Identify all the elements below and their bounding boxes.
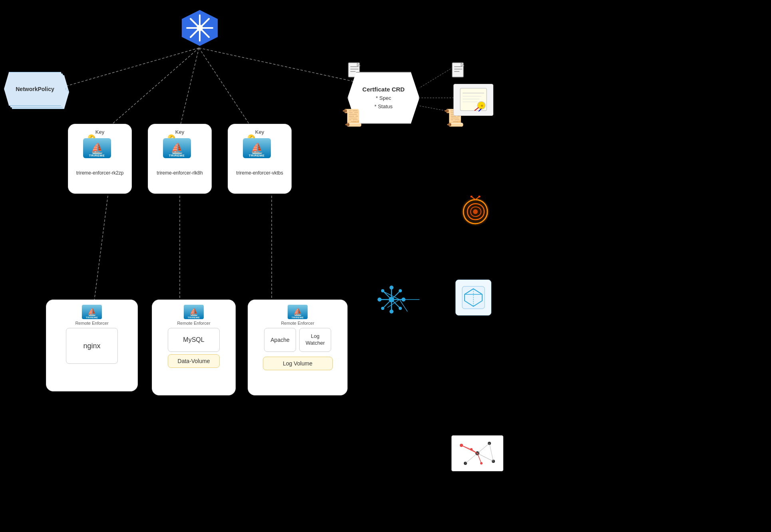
diagram-container: NetworkPolicy Key 🔑 ⛵ TRIREME trireme-en… (0, 0, 771, 532)
pod1-trireme: ⛵ TRIREME (83, 138, 111, 158)
remote-enforcer-2: ⛵ TRIREME Remote Enforcer MySQL Data-Vol… (152, 300, 236, 395)
svg-point-60 (389, 310, 393, 314)
crystal-gem-icon (455, 280, 491, 316)
network-policy: NetworkPolicy (4, 72, 68, 112)
cert-image: ★ (453, 84, 493, 116)
scroll-icon-1: 📜 (342, 108, 362, 127)
enforcer-pod-2: Key 🔑 ⛵ TRIREME trireme-enforcer-rlk8h (148, 124, 212, 194)
doc-icon-2 (451, 62, 466, 81)
svg-point-62 (401, 298, 405, 302)
svg-line-1 (108, 48, 199, 128)
remote-enforcer-1: ⛵ TRIREME Remote Enforcer nginx (46, 300, 138, 391)
pod1-key-label: Key (95, 129, 104, 135)
svg-text:★: ★ (480, 103, 484, 108)
svg-line-10 (94, 196, 108, 304)
cert-crd-title: Certficate CRD (362, 85, 405, 94)
svg-point-66 (381, 307, 384, 310)
network-graph-thumbnail (451, 435, 503, 471)
re3-apache-box: Apache (264, 328, 296, 352)
svg-point-63 (381, 289, 384, 292)
network-policy-label: NetworkPolicy (16, 86, 54, 92)
re1-label: Remote Enforcer (75, 321, 108, 326)
svg-line-2 (180, 48, 199, 128)
re3-label: Remote Enforcer (281, 321, 314, 326)
remote-enforcer-3: ⛵ TRIREME Remote Enforcer Apache LogWatc… (248, 300, 348, 395)
svg-point-59 (389, 286, 393, 290)
re2-trireme: ⛵ TRIREME (184, 305, 204, 319)
enforcer-pod-3: Key 🔑 ⛵ TRIREME trireme-enforcer-vktbs (228, 124, 292, 194)
pod1-name: trireme-enforcer-rk2zp (76, 170, 124, 176)
pod3-trireme: ⛵ TRIREME (243, 138, 271, 158)
svg-line-6 (419, 66, 455, 88)
re2-label: Remote Enforcer (177, 321, 210, 326)
pod2-trireme: ⛵ TRIREME (163, 138, 191, 158)
re3-trireme: ⛵ TRIREME (288, 305, 308, 319)
re1-trireme: ⛵ TRIREME (82, 305, 102, 319)
snowflake-cluster-icon (376, 284, 407, 317)
pod2-key-label: Key (175, 129, 184, 135)
svg-point-50 (389, 297, 394, 302)
kubernetes-icon (180, 8, 220, 48)
re1-nginx-box: nginx (66, 328, 118, 364)
svg-line-0 (60, 48, 199, 88)
enforcer-pod-1: Key 🔑 ⛵ TRIREME trireme-enforcer-rk2zp (68, 124, 132, 194)
svg-point-61 (378, 298, 382, 302)
gear-snail-icon (459, 196, 491, 234)
svg-point-65 (399, 289, 402, 292)
cert-crd-spec: * Spec (376, 94, 391, 103)
pod2-name: trireme-enforcer-rlk8h (157, 170, 203, 176)
pod3-key-label: Key (255, 129, 264, 135)
svg-point-64 (399, 307, 402, 310)
re2-mysql-box: MySQL (168, 328, 220, 352)
re3-volume-box: Log Volume (263, 357, 333, 370)
pod3-name: trireme-enforcer-vktbs (236, 170, 283, 176)
re2-volume-box: Data-Volume (168, 354, 220, 368)
svg-line-3 (199, 48, 252, 128)
network-policy-front: NetworkPolicy (4, 72, 66, 106)
re3-logwatcher-box: LogWatcher (299, 328, 331, 352)
svg-point-45 (473, 209, 478, 214)
cert-crd-status: * Status (374, 103, 393, 111)
